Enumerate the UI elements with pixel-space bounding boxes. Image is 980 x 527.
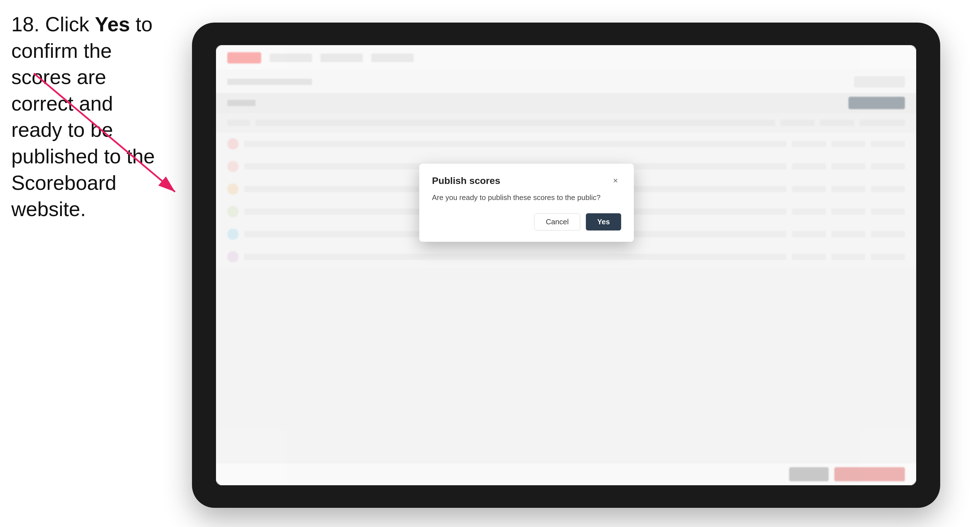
modal-header: Publish scores × <box>432 175 621 186</box>
cancel-button[interactable]: Cancel <box>534 213 580 230</box>
instruction-text-part2: to confirm the scores are correct and re… <box>11 13 155 220</box>
app-navbar <box>216 45 916 70</box>
modal-footer: Cancel Yes <box>432 213 621 230</box>
modal-body-text: Are you ready to publish these scores to… <box>432 193 621 202</box>
publish-scores-modal: Publish scores × Are you ready to publis… <box>419 163 634 242</box>
nav-item-2 <box>320 54 363 62</box>
nav-item-3 <box>371 54 414 62</box>
modal-title: Publish scores <box>432 175 500 186</box>
instruction-text-part1: Click <box>40 13 95 35</box>
step-number: 18. <box>11 13 40 35</box>
save-button-bg <box>789 467 829 481</box>
nav-item-1 <box>270 54 312 62</box>
yes-button[interactable]: Yes <box>586 213 621 230</box>
tablet-screen: Publish scores × Are you ready to publis… <box>216 45 916 485</box>
tablet-device: Publish scores × Are you ready to publis… <box>192 22 940 508</box>
yes-bold: Yes <box>95 13 130 35</box>
action-bar <box>216 463 916 485</box>
modal-close-button[interactable]: × <box>610 175 621 186</box>
publish-scores-button-bg <box>834 467 905 481</box>
instruction-panel: 18. Click Yes to confirm the scores are … <box>11 11 169 222</box>
app-logo <box>227 52 261 63</box>
